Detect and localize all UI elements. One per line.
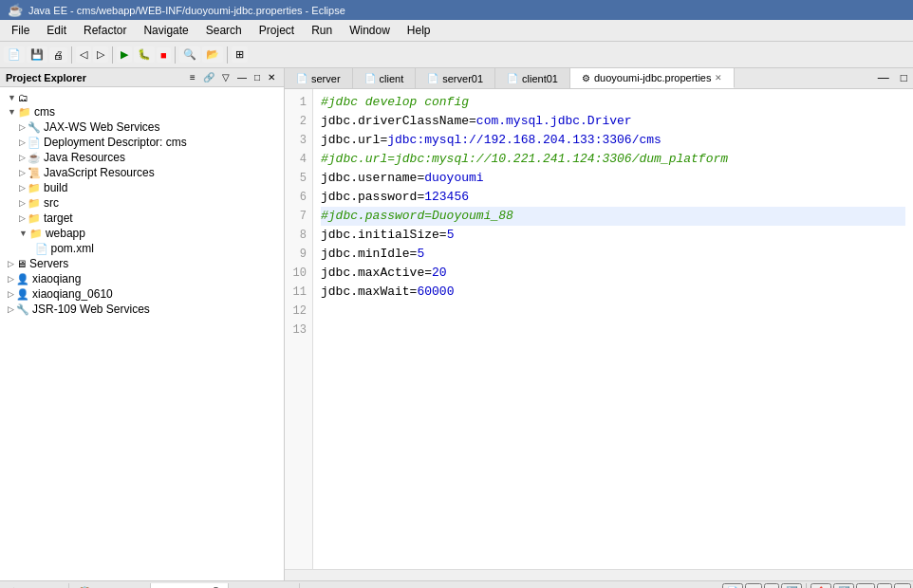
link-editor-button[interactable]: 🔗	[200, 71, 217, 83]
jaxws-icon: 🔧	[28, 121, 41, 134]
jsr109-expand-icon: ▷	[8, 304, 14, 314]
bottom-sep-1	[806, 583, 807, 588]
java-res-expand-icon: ▷	[19, 153, 26, 162]
back-button[interactable]: ◁	[76, 46, 91, 63]
collapse-all-button[interactable]: ≡	[187, 71, 198, 83]
tree-item-servers[interactable]: ▷ 🖥 Servers	[0, 256, 284, 271]
code-editor[interactable]: 1 2 3 4 5 6 7 8 9 10 11 12 13 #jdbc deve…	[285, 89, 913, 569]
tree-item-target[interactable]: ▷ 📁 target	[0, 211, 284, 226]
tab-client[interactable]: 📄 client	[353, 68, 417, 88]
pom-expand-icon	[30, 244, 33, 253]
tab-properties[interactable]: 📋 Properties	[69, 583, 151, 589]
close-panel-button[interactable]: ✕	[265, 71, 278, 83]
val-11: 60000	[417, 285, 454, 299]
tab-snippets[interactable]: ✂ Snippets	[229, 583, 300, 589]
menu-help[interactable]: Help	[400, 22, 438, 39]
minimize-button[interactable]: —	[234, 71, 250, 83]
sidebar-toolbar: ≡ 🔗 ▽ — □ ✕	[187, 71, 278, 83]
print-button[interactable]: 🖨	[49, 47, 67, 63]
tree-root[interactable]: ▼ 🗂	[0, 91, 284, 104]
tree-item-webapp[interactable]: ▼ 📁 webapp	[0, 226, 284, 241]
eclipse-icon: ☕	[8, 3, 23, 17]
tree-item-xiaoqiang-0610[interactable]: ▷ 👤 xiaoqiang_0610	[0, 286, 284, 302]
servers-icon: 🖥	[16, 258, 27, 269]
java-res-label: Java Resources	[44, 151, 125, 164]
tree-item-jaxws[interactable]: ▷ 🔧 JAX-WS Web Services	[0, 119, 284, 135]
open-type-button[interactable]: 🔍	[179, 46, 200, 63]
tab-client01[interactable]: 📄 client01	[495, 68, 570, 88]
tree-item-java-resources[interactable]: ▷ ☕ Java Resources	[0, 150, 284, 165]
client01-tab-icon: 📄	[507, 73, 518, 83]
toolbar-sep-3	[175, 46, 176, 64]
key-10: jdbc.maxActive=	[321, 266, 432, 280]
toolbar: 📄 💾 🖨 ◁ ▷ ▶ 🐛 ■ 🔍 📂 ⊞	[0, 42, 913, 68]
menu-project[interactable]: Project	[252, 22, 302, 39]
tab-markers[interactable]: ⚠ Markers	[0, 583, 69, 589]
menu-edit[interactable]: Edit	[39, 22, 74, 39]
tree-item-build[interactable]: ▷ 📁 build	[0, 180, 284, 195]
server-run-button[interactable]: ▶	[745, 583, 762, 588]
ln-5: 5	[290, 169, 307, 188]
server-new-button[interactable]: 📄	[722, 583, 743, 588]
tree-item-src[interactable]: ▷ 📁 src	[0, 195, 284, 211]
horizontal-scrollbar[interactable]	[285, 569, 913, 580]
server-refresh-button[interactable]: 🔃	[833, 583, 854, 588]
code-line-9: jdbc.minIdle=5	[321, 245, 905, 264]
minimize-editor-button[interactable]: —	[872, 68, 895, 88]
tab-server[interactable]: 📄 server	[285, 68, 353, 88]
code-line-2: jdbc.driverClassName=com.mysql.jdbc.Driv…	[321, 112, 905, 131]
minimize-bottom-button[interactable]: —	[856, 583, 875, 588]
key-8: jdbc.initialSize=	[321, 228, 447, 242]
menu-run[interactable]: Run	[304, 22, 340, 39]
stop-button[interactable]: ■	[157, 47, 171, 63]
close-bottom-button[interactable]: ✕	[894, 583, 911, 588]
code-line-6: jdbc.password=123456	[321, 188, 905, 207]
tab-duoyoumi-jdbc[interactable]: ⚙ duoyoumi-jdbc.properties ✕	[570, 68, 736, 88]
forward-button[interactable]: ▷	[93, 46, 108, 63]
key-2: jdbc.driverClassName=	[321, 114, 476, 128]
tree-item-xiaoqiang[interactable]: ▷ 👤 xiaoqiang	[0, 271, 284, 286]
perspective-button[interactable]: ⊞	[232, 46, 248, 63]
tree-item-pom[interactable]: 📄 pom.xml	[0, 241, 284, 256]
sidebar-menu-button[interactable]: ▽	[219, 71, 233, 83]
run-button[interactable]: ▶	[117, 46, 132, 63]
project-explorer-panel: Project Explorer ≡ 🔗 ▽ — □ ✕ ▼ 🗂 ▼ 📁 cms	[0, 68, 285, 580]
tab-servers[interactable]: 🖥 Servers 5	[151, 583, 229, 589]
ln-7: 7	[290, 207, 307, 226]
ln-11: 11	[290, 283, 307, 302]
debug-button[interactable]: 🐛	[134, 46, 155, 63]
tree-item-jsr109[interactable]: ▷ 🔧 JSR-109 Web Services	[0, 302, 284, 317]
src-label: src	[44, 196, 59, 210]
maximize-editor-button[interactable]: □	[895, 68, 913, 88]
key-3: jdbc.url=	[321, 133, 387, 147]
target-expand-icon: ▷	[19, 213, 26, 223]
key-5: jdbc.username=	[321, 171, 424, 185]
open-resource-button[interactable]: 📂	[202, 46, 223, 63]
comment-7: #jdbc.password=Duoyoumi_88	[321, 209, 513, 223]
menu-file[interactable]: File	[4, 22, 37, 39]
server-publish-button[interactable]: 📤	[811, 583, 831, 588]
toolbar-sep-4	[227, 46, 228, 64]
code-line-11: jdbc.maxWait=60000	[321, 283, 905, 302]
bottom-tabs: ⚠ Markers 📋 Properties 🖥 Servers 5 ✂ Sni…	[0, 581, 913, 588]
duoyoumi-tab-close[interactable]: ✕	[715, 73, 722, 83]
ln-4: 4	[290, 150, 307, 169]
tree-item-deployment[interactable]: ▷ 📄 Deployment Descriptor: cms	[0, 135, 284, 150]
tree-item-cms[interactable]: ▼ 📁 cms	[0, 104, 284, 119]
code-line-7: #jdbc.password=Duoyoumi_88	[321, 207, 905, 226]
server-stop-button[interactable]: ■	[764, 583, 779, 588]
server-restart-button[interactable]: 🔄	[781, 583, 802, 588]
menu-refactor[interactable]: Refactor	[76, 22, 134, 39]
save-button[interactable]: 💾	[27, 46, 47, 63]
new-button[interactable]: 📄	[4, 46, 25, 63]
menu-window[interactable]: Window	[342, 22, 398, 39]
tree-item-js-resources[interactable]: ▷ 📜 JavaScript Resources	[0, 165, 284, 180]
menu-navigate[interactable]: Navigate	[136, 22, 196, 39]
tab-server01[interactable]: 📄 server01	[416, 68, 495, 88]
menu-search[interactable]: Search	[198, 22, 250, 39]
code-line-4: #jdbc.url=jdbc:mysql://10.221.241.124:33…	[321, 150, 905, 169]
maximize-button[interactable]: □	[252, 71, 263, 83]
workspace-icon: 🗂	[18, 92, 28, 103]
maximize-bottom-button[interactable]: □	[877, 583, 892, 588]
code-line-3: jdbc.url=jdbc:mysql://192.168.204.133:33…	[321, 131, 905, 150]
